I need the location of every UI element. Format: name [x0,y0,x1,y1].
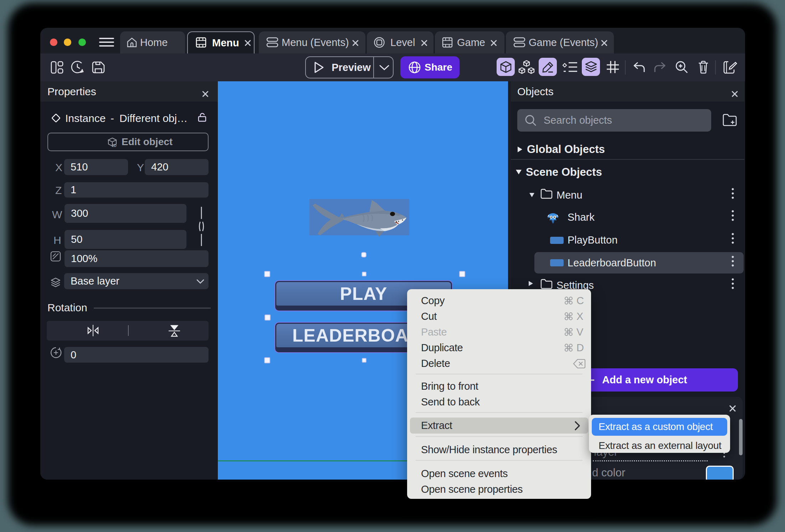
svg-text:2D: 2D [112,144,117,148]
